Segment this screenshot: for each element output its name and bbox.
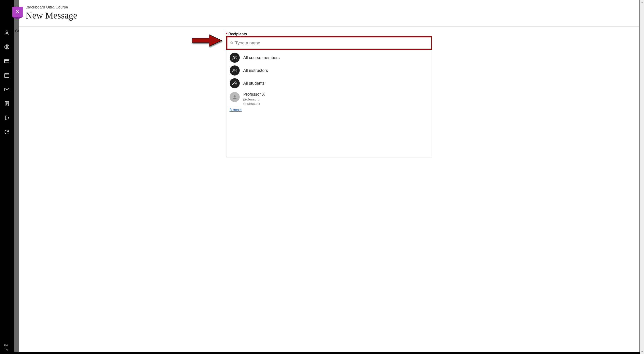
messages-icon[interactable] — [4, 86, 10, 92]
panel-body: *Recipients All course members — [19, 26, 640, 157]
recipients-input-wrap[interactable] — [227, 37, 431, 49]
group-icon — [230, 53, 240, 63]
courses-icon[interactable] — [4, 58, 10, 64]
svg-point-6 — [230, 42, 232, 44]
svg-point-11 — [233, 82, 234, 84]
required-marker: * — [226, 32, 228, 36]
recipients-form: *Recipients All course members — [226, 32, 432, 157]
signout-icon[interactable] — [4, 115, 10, 121]
panel-header: Blackboard Ultra Course New Message — [19, 0, 640, 26]
group-icon — [230, 78, 240, 88]
new-message-panel: Blackboard Ultra Course New Message *Rec… — [19, 0, 640, 352]
window-scrollbar[interactable]: ▲ ▼ — [640, 0, 644, 354]
close-icon — [15, 9, 20, 15]
svg-point-13 — [234, 95, 236, 97]
scroll-down-icon[interactable]: ▼ — [640, 350, 644, 354]
svg-rect-2 — [4, 59, 9, 63]
svg-rect-3 — [4, 73, 9, 77]
footer-line1: Pri — [4, 343, 8, 348]
suggestion-person-name: Professor X — [243, 92, 265, 97]
suggestion-person-professor-x[interactable]: Professor X professor.x (Instructor) — [226, 90, 432, 107]
page-title: New Message — [26, 10, 632, 21]
suggestion-person-role: (Instructor) — [243, 102, 265, 105]
svg-point-12 — [235, 82, 236, 83]
svg-point-7 — [233, 56, 234, 58]
close-button[interactable] — [12, 7, 23, 17]
suggestion-group-all-members[interactable]: All course members — [226, 51, 432, 64]
breadcrumb: Blackboard Ultra Course — [26, 5, 632, 9]
globe-icon[interactable] — [4, 44, 10, 50]
bottom-bar — [0, 352, 640, 354]
left-nav: Pri Ter — [0, 0, 14, 354]
suggestion-group-all-instructors[interactable]: All instructors — [226, 64, 432, 77]
recipients-dropdown: All course members All instructors All s… — [226, 50, 432, 157]
nav-footer: Pri Ter — [4, 343, 8, 353]
svg-point-8 — [235, 56, 236, 57]
suggestion-group-all-students[interactable]: All students — [226, 77, 432, 90]
group-icon — [230, 65, 240, 75]
document-icon[interactable] — [4, 101, 10, 107]
suggestion-person-username: professor.x — [243, 97, 265, 101]
sync-icon[interactable] — [4, 129, 10, 135]
profile-icon[interactable] — [4, 30, 10, 36]
recipients-suggestion-list[interactable]: All course members All instructors All s… — [226, 50, 432, 112]
recipients-label: *Recipients — [226, 32, 432, 36]
recipients-input[interactable] — [235, 40, 428, 45]
scroll-up-icon[interactable]: ▲ — [640, 0, 644, 4]
svg-point-0 — [6, 31, 8, 33]
annotation-highlight — [226, 36, 432, 50]
svg-point-10 — [235, 69, 236, 70]
suggestion-label: All instructors — [243, 68, 268, 73]
recipients-label-text: Recipients — [228, 32, 247, 36]
annotation-arrow-icon — [191, 33, 223, 48]
search-icon — [230, 41, 234, 45]
avatar-icon — [230, 92, 240, 102]
show-more-link[interactable]: 8 more — [226, 107, 432, 112]
suggestion-label: All course members — [243, 55, 280, 60]
svg-point-9 — [233, 69, 234, 71]
suggestion-label: All students — [243, 81, 265, 86]
footer-line2: Ter — [4, 348, 8, 353]
calendar-icon[interactable] — [4, 72, 10, 78]
